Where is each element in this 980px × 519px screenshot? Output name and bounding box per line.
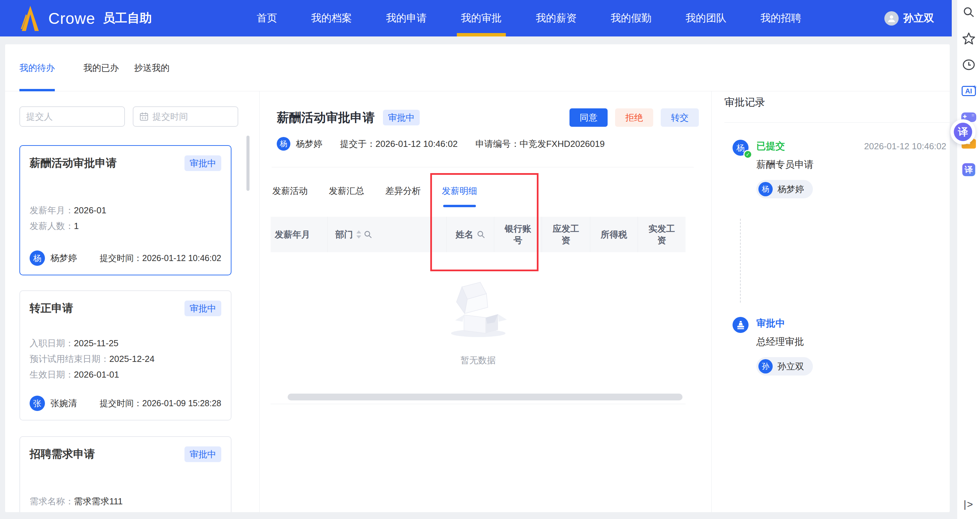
- col-name[interactable]: 姓名: [447, 217, 494, 252]
- col-net-pay[interactable]: 实发工资: [638, 217, 686, 252]
- card-field: 预计试用结束日期：2025-12-24: [30, 351, 221, 367]
- brand[interactable]: Crowe 员工自助: [20, 0, 152, 37]
- product-name: 员工自助: [103, 10, 152, 27]
- reject-button[interactable]: 拒绝: [615, 109, 653, 127]
- status-badge: 审批中: [185, 446, 221, 462]
- nav-item-my-team[interactable]: 我的团队: [681, 0, 730, 37]
- card-field: 发薪人数：1: [30, 218, 221, 234]
- search-icon[interactable]: [957, 3, 980, 22]
- history-clock-icon[interactable]: [957, 55, 980, 74]
- person-tag[interactable]: 孙 孙立双: [756, 357, 813, 375]
- timeline-status: 审批中: [756, 317, 785, 330]
- brand-name: Crowe: [48, 9, 95, 27]
- user-menu[interactable]: 孙立双: [885, 0, 934, 37]
- column-search-icon[interactable]: [477, 230, 485, 238]
- todo-card-regularization[interactable]: 转正申请 审批中 入职日期：2025-11-25 预计试用结束日期：2025-1…: [19, 290, 231, 420]
- column-search-icon[interactable]: [364, 230, 372, 238]
- card-field: 入职日期：2025-11-25: [30, 335, 221, 351]
- avatar: 杨: [277, 137, 290, 151]
- col-pay-month[interactable]: 发薪年月: [270, 217, 328, 252]
- status-badge: 审批中: [185, 300, 221, 316]
- forward-button[interactable]: 转交: [661, 109, 699, 127]
- card-field: 需求名称：需求需求111: [30, 493, 221, 509]
- tab-payroll-activity[interactable]: 发薪活动: [272, 174, 308, 207]
- payroll-detail-table: 发薪年月 部门: [270, 217, 686, 404]
- tab-my-todo[interactable]: 我的待办: [19, 44, 55, 91]
- timeline-status: 已提交: [756, 140, 785, 153]
- collapse-panel-icon[interactable]: |>: [957, 495, 980, 514]
- tab-payroll-summary[interactable]: 发薪汇总: [329, 174, 364, 207]
- table-horizontal-scrollbar[interactable]: [288, 394, 682, 401]
- todo-card-salary-activity[interactable]: 薪酬活动审批申请 审批中 发薪年月：2026-01 发薪人数：1 杨 杨梦婷 提…: [19, 145, 231, 275]
- tab-cc-to-me[interactable]: 抄送我的: [134, 44, 170, 91]
- card-title: 招聘需求申请: [30, 446, 95, 462]
- submit-time-filter[interactable]: [133, 106, 238, 127]
- detail-status-badge: 审批中: [383, 110, 420, 125]
- card-title: 转正申请: [30, 300, 73, 316]
- nav-item-my-files[interactable]: 我的档案: [307, 0, 356, 37]
- card-field: 需求部门：测试: [30, 509, 221, 512]
- divider-right: [711, 91, 712, 512]
- person-tag[interactable]: 杨 杨梦婷: [756, 180, 813, 198]
- stamp-icon: [733, 317, 749, 333]
- nav-item-my-approvals[interactable]: 我的审批: [457, 0, 506, 37]
- avatar: 杨: [30, 251, 45, 266]
- approval-log: 审批记录: [724, 96, 950, 123]
- timeline-item-submitted: 杨 ✓ 已提交 2026-01-12 10:46:02 薪酬专员申请 杨 杨梦婷: [724, 140, 950, 198]
- main-nav: 首页 我的档案 我的申请 我的审批 我的薪资 我的假勤 我的团队 我的招聘: [253, 0, 805, 37]
- submit-time: 提交时间：2026-01-09 15:28:28: [100, 398, 221, 409]
- person-name: 孙立双: [778, 361, 804, 372]
- col-bank-account[interactable]: 银行账号: [494, 217, 542, 252]
- nav-item-my-recruiting[interactable]: 我的招聘: [756, 0, 805, 37]
- empty-box-illustration: [445, 279, 512, 339]
- detail-submit-info: 杨 杨梦婷 提交于：2026-01-12 10:46:02 申请编号：中竞发FX…: [277, 137, 605, 151]
- approval-log-title: 审批记录: [724, 96, 950, 109]
- timeline-desc: 总经理审批: [756, 335, 950, 348]
- approval-log-divider: [724, 122, 950, 123]
- avatar: 张: [30, 396, 45, 411]
- crowe-logo-icon: [20, 6, 41, 31]
- nav-item-my-applications[interactable]: 我的申请: [382, 0, 431, 37]
- app-window: Crowe 员工自助 首页 我的档案 我的申请 我的审批 我的薪资 我的假勤 我…: [0, 0, 980, 519]
- timeline-item-in-approval: 审批中 总经理审批 孙 孙立双: [724, 317, 950, 375]
- floating-translate-button[interactable]: 译: [950, 119, 975, 144]
- workbench-tabs: 我的待办 我的已办 抄送我的: [5, 44, 950, 91]
- card-title: 薪酬活动审批申请: [30, 155, 117, 170]
- card-field: 发薪年月：2026-01: [30, 203, 221, 218]
- nav-item-home[interactable]: 首页: [253, 0, 281, 37]
- table-header-row: 发薪年月 部门: [270, 217, 686, 252]
- tab-my-done[interactable]: 我的已办: [83, 44, 119, 91]
- ai-assistant-icon[interactable]: AI＋: [957, 81, 980, 101]
- divider-left: [259, 91, 260, 512]
- empty-text: 暂无数据: [461, 355, 496, 366]
- approve-button[interactable]: 同意: [570, 109, 608, 127]
- nav-item-my-salary[interactable]: 我的薪资: [532, 0, 581, 37]
- col-gross-pay[interactable]: 应发工资: [542, 217, 590, 252]
- user-name: 孙立双: [904, 11, 934, 25]
- translate-app-icon[interactable]: 译: [957, 160, 980, 179]
- col-department[interactable]: 部门: [328, 217, 447, 252]
- todo-card-recruit-demand[interactable]: 招聘需求申请 审批中 需求名称：需求需求111 需求部门：测试: [19, 436, 231, 512]
- table-empty-body: 暂无数据: [270, 252, 686, 404]
- submitter-filter[interactable]: [19, 106, 125, 127]
- submitter-input[interactable]: [26, 112, 118, 122]
- submitter-name: 杨梦婷: [296, 138, 322, 150]
- nav-item-my-attendance[interactable]: 我的假勤: [606, 0, 655, 37]
- favorite-star-icon[interactable]: [957, 29, 980, 48]
- tab-payroll-detail[interactable]: 发薪明细: [442, 174, 477, 207]
- action-buttons: 同意 拒绝 转交: [570, 109, 699, 127]
- user-avatar-icon: [885, 11, 899, 26]
- content-panel: 我的待办 我的已办 抄送我的: [5, 44, 950, 512]
- tab-diff-analysis[interactable]: 差异分析: [385, 174, 421, 207]
- check-badge-icon: ✓: [743, 150, 752, 159]
- col-income-tax[interactable]: 所得税: [590, 217, 638, 252]
- submitter-name: 张婉清: [50, 398, 77, 409]
- application-number: 申请编号：中竞发FXHD2026019: [475, 138, 605, 150]
- submit-time-input[interactable]: [153, 112, 231, 122]
- timeline-desc: 薪酬专员申请: [756, 158, 950, 171]
- sort-icon[interactable]: [356, 230, 361, 238]
- calendar-icon: [140, 112, 148, 121]
- submitter-name: 杨梦婷: [50, 252, 77, 264]
- list-scrollbar[interactable]: [247, 136, 250, 191]
- timeline-connector: [740, 219, 741, 303]
